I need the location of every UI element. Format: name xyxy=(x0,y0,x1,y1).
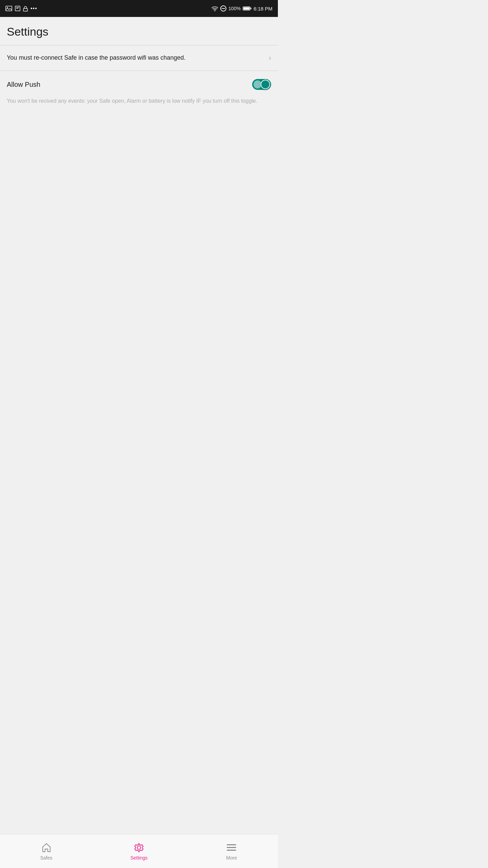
chevron-right-icon: › xyxy=(269,54,271,62)
allow-push-toggle[interactable] xyxy=(252,79,271,90)
svg-rect-0 xyxy=(6,6,12,11)
image-icon xyxy=(5,6,12,11)
svg-rect-5 xyxy=(23,8,27,11)
status-bar: ••• 100% 6:18 PM xyxy=(0,0,278,17)
toggle-thumb xyxy=(261,80,270,89)
lock-icon xyxy=(23,6,28,12)
push-description-text: You won't be recived any events: your Sa… xyxy=(7,97,271,105)
status-time: 6:18 PM xyxy=(253,6,272,12)
svg-point-6 xyxy=(215,10,216,11)
allow-push-label: Allow Push xyxy=(7,81,40,88)
wifi-icon xyxy=(211,6,218,11)
flipboard-icon xyxy=(15,6,20,11)
reconnect-text: You must re-connect Safe in case the pas… xyxy=(7,54,265,62)
more-dots-icon: ••• xyxy=(30,5,37,12)
page-title: Settings xyxy=(7,25,271,38)
status-left-icons: ••• xyxy=(5,5,37,12)
no-entry-icon xyxy=(220,5,226,12)
allow-push-row: Allow Push xyxy=(7,79,271,90)
page-header: Settings xyxy=(0,17,278,45)
allow-push-section: Allow Push You won't be recived any even… xyxy=(0,71,278,114)
main-content-area xyxy=(0,114,278,385)
battery-percent: 100% xyxy=(228,6,241,11)
reconnect-section[interactable]: You must re-connect Safe in case the pas… xyxy=(0,45,278,71)
svg-rect-8 xyxy=(244,7,250,10)
status-right-icons: 100% 6:18 PM xyxy=(211,5,272,12)
battery-icon xyxy=(243,6,251,11)
